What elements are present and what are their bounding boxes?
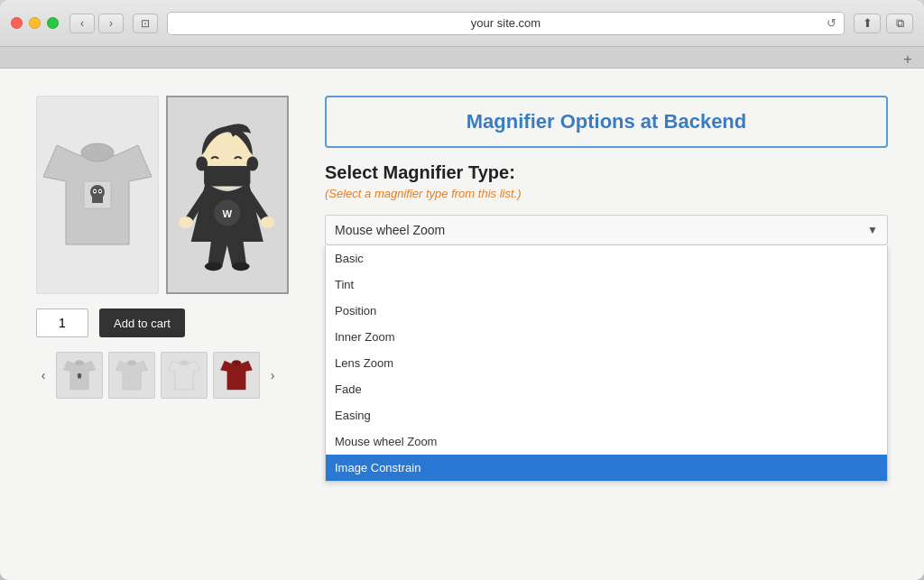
svg-point-7 xyxy=(99,190,101,192)
dropdown-item-position[interactable]: Position xyxy=(326,298,887,324)
address-bar[interactable]: your site.com ↺ xyxy=(167,12,845,35)
forward-button[interactable]: › xyxy=(98,14,124,33)
url-text: your site.com xyxy=(471,16,541,30)
maximize-button[interactable] xyxy=(47,17,59,29)
traffic-lights xyxy=(11,17,59,29)
svg-point-23 xyxy=(232,360,242,365)
svg-point-14 xyxy=(179,216,193,228)
thumbnail-4[interactable] xyxy=(213,352,260,399)
thumbnail-2[interactable] xyxy=(108,352,155,399)
share-button[interactable]: ⬆ xyxy=(854,14,881,33)
dropdown-item-fade[interactable]: Fade xyxy=(326,376,887,402)
dropdown-item-tint[interactable]: Tint xyxy=(326,272,887,298)
dropdown-item-inner-zoom[interactable]: Inner Zoom xyxy=(326,324,887,350)
select-label: Select Magnifier Type: xyxy=(325,162,888,183)
refresh-button[interactable]: ↺ xyxy=(827,16,836,30)
select-hint: (Select a magnifier type from this list.… xyxy=(325,187,888,200)
thumbnail-1[interactable] xyxy=(56,352,103,399)
svg-point-21 xyxy=(127,360,137,365)
browser-content: W xyxy=(0,69,924,580)
quantity-input[interactable]: 1 xyxy=(36,308,88,337)
dropdown-item-basic[interactable]: Basic xyxy=(326,245,887,272)
thumbnail-3[interactable] xyxy=(161,352,208,399)
svg-rect-9 xyxy=(204,166,250,186)
back-button[interactable]: ‹ xyxy=(69,14,95,33)
titlebar: ‹ › ⊡ your site.com ↺ ⬆ ⧉ xyxy=(0,0,924,47)
svg-point-17 xyxy=(232,262,249,272)
product-thumbnail[interactable] xyxy=(36,96,159,294)
thumb-prev-button[interactable]: ‹ xyxy=(36,368,51,382)
browser-actions: ⬆ ⧉ xyxy=(854,14,913,33)
reader-button[interactable]: ⊡ xyxy=(133,14,158,33)
dropdown-selected[interactable]: Mouse wheel Zoom ▼ xyxy=(325,215,888,245)
svg-point-11 xyxy=(246,157,258,171)
product-panel: W xyxy=(36,96,289,553)
tab-overview-button[interactable]: ⧉ xyxy=(886,14,913,33)
options-title: Magnifier Options at Backend xyxy=(467,110,747,133)
svg-point-18 xyxy=(75,360,85,365)
dropdown-arrow-icon: ▼ xyxy=(867,224,878,236)
main-image-area: W xyxy=(36,96,289,294)
thumbnail-row: ‹ xyxy=(36,352,289,399)
svg-point-6 xyxy=(94,190,96,192)
svg-point-10 xyxy=(196,157,208,171)
dropdown-item-mouse-wheel-zoom[interactable]: Mouse wheel Zoom xyxy=(326,428,887,455)
options-title-box: Magnifier Options at Backend xyxy=(325,96,888,148)
dropdown-list: Basic Tint Position Inner Zoom Lens Zoom… xyxy=(325,245,888,482)
add-to-cart-button[interactable]: Add to cart xyxy=(99,308,185,337)
browser-window: ‹ › ⊡ your site.com ↺ ⬆ ⧉ + xyxy=(0,0,924,580)
nav-buttons: ‹ › xyxy=(69,14,124,33)
svg-point-0 xyxy=(81,143,114,161)
thumb-next-button[interactable]: › xyxy=(265,368,280,382)
svg-point-15 xyxy=(260,216,274,228)
quantity-addcart: 1 Add to cart xyxy=(36,308,289,337)
tab-bar: + xyxy=(0,47,924,69)
svg-rect-3 xyxy=(92,196,103,203)
minimize-button[interactable] xyxy=(29,17,41,29)
magnifier-type-dropdown[interactable]: Mouse wheel Zoom ▼ Basic Tint Position I… xyxy=(325,215,888,245)
svg-point-16 xyxy=(205,262,222,272)
magnified-view: W xyxy=(166,96,289,294)
close-button[interactable] xyxy=(11,17,23,29)
dropdown-value: Mouse wheel Zoom xyxy=(335,223,445,237)
dropdown-item-lens-zoom[interactable]: Lens Zoom xyxy=(326,350,887,376)
dropdown-item-easing[interactable]: Easing xyxy=(326,402,887,428)
quantity-value: 1 xyxy=(59,316,66,330)
select-label-group: Select Magnifier Type: (Select a magnifi… xyxy=(325,162,888,200)
svg-rect-20 xyxy=(78,376,81,378)
dropdown-item-image-constrain[interactable]: Image Constrain xyxy=(326,455,887,481)
page-content: W xyxy=(0,69,924,580)
options-panel: Magnifier Options at Backend Select Magn… xyxy=(325,96,888,553)
new-tab-button[interactable]: + xyxy=(899,51,917,68)
svg-point-22 xyxy=(180,360,189,365)
svg-text:W: W xyxy=(222,208,232,219)
